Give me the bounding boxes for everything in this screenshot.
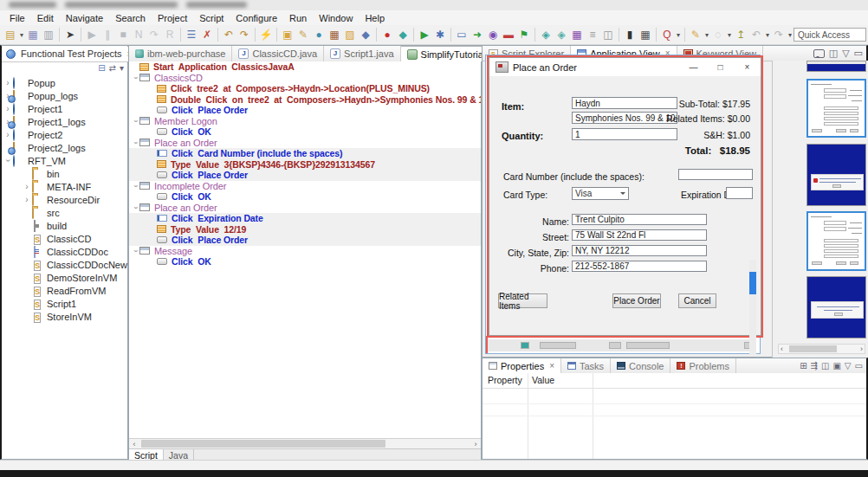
group-expander-icon[interactable]: ›	[132, 139, 140, 146]
menu-search[interactable]: Search	[109, 12, 152, 24]
tree-item-meta-inf[interactable]: ›META-INF	[2, 180, 127, 193]
thumbnail-app-message[interactable]	[806, 276, 866, 338]
insert-icon[interactable]: ◆	[395, 27, 411, 42]
tree-item-project2[interactable]: ›Project2	[2, 128, 127, 141]
city-state-zip-field[interactable]: NY, NY 12212	[572, 245, 707, 256]
item-field[interactable]: Haydn	[572, 97, 677, 109]
tree-item-popup[interactable]: ›Popup	[2, 76, 127, 89]
tree-item-storeinvm[interactable]: SStoreInVM	[2, 310, 127, 323]
script-group-classicscd[interactable]: ›ClassicsCD	[129, 73, 481, 84]
view-menu-icon[interactable]: ▽	[842, 48, 849, 59]
open-folder-icon[interactable]: ▣	[280, 27, 295, 42]
dropdown-icon[interactable]: ▾	[703, 27, 710, 42]
menu-navigate[interactable]: Navigate	[60, 12, 109, 24]
menu-script[interactable]: Script	[193, 12, 230, 24]
editor-horizontal-scrollbar[interactable]: ‹ ›	[129, 438, 481, 448]
tree-expander-icon[interactable]: ›	[23, 195, 31, 204]
inspect-icon[interactable]: ◉	[485, 27, 501, 42]
expiration-field[interactable]	[726, 187, 753, 199]
scroll-left-icon[interactable]: ‹	[781, 345, 783, 353]
script-group-place-an-order[interactable]: ›Place an Order	[129, 138, 481, 149]
thumbnail-order-form[interactable]	[806, 211, 866, 271]
view-menu-icon[interactable]: ▾	[120, 63, 124, 73]
resume-icon[interactable]: R	[162, 27, 178, 42]
phone-field[interactable]: 212-552-1867	[572, 261, 707, 272]
book-icon[interactable]: ▮	[622, 27, 638, 42]
group-expander-icon[interactable]: ›	[132, 247, 140, 255]
tree-item-popup-logs[interactable]: ›Popup_logs	[2, 89, 127, 102]
tree-expander-icon[interactable]: ›	[23, 182, 31, 191]
tree-item-bin[interactable]: bin	[2, 167, 127, 180]
folder-icon[interactable]: ▨	[342, 27, 358, 42]
step2-icon[interactable]: ↷	[146, 27, 162, 42]
assist-icon[interactable]: ✗	[199, 27, 215, 42]
back-icon[interactable]: ↶	[748, 27, 764, 42]
marker-icon[interactable]: ◌	[710, 27, 726, 42]
scrollbar-thumb[interactable]	[749, 272, 756, 294]
cancel-button[interactable]: Cancel	[678, 293, 716, 308]
close-icon[interactable]: ×	[549, 361, 554, 371]
tree-item-readfromvm[interactable]: SReadFromVM	[2, 284, 127, 297]
script-line[interactable]: Start Application ClassicsJavaA	[129, 61, 481, 73]
close-icon[interactable]: ×	[734, 58, 761, 76]
script-line[interactable]: Double Click on tree2 at Composers->Hayd…	[129, 94, 481, 106]
pause-icon[interactable]: ∥	[100, 27, 115, 42]
menu-configure[interactable]: Configure	[230, 12, 283, 24]
place-order-button[interactable]: Place Order	[612, 293, 661, 308]
tree-item-classiccddocnew[interactable]: SClassicCDDocNew	[2, 258, 127, 271]
thumbnail-app-partial[interactable]	[806, 61, 866, 72]
tree-item-src[interactable]: src	[2, 206, 127, 219]
compare-icon[interactable]: ◈	[538, 27, 554, 42]
script-line[interactable]: Click Expiration Date	[129, 213, 481, 224]
list-icon[interactable]: ☰	[184, 27, 199, 42]
scroll-right-icon[interactable]: ›	[860, 345, 863, 353]
dropdown-icon[interactable]: ▾	[726, 27, 733, 42]
script-line[interactable]: Click Place Order	[129, 235, 481, 246]
screen-icon[interactable]: ▬	[501, 27, 516, 42]
last-edit-icon[interactable]: ↥	[733, 27, 748, 42]
tree-item-build[interactable]: build	[2, 219, 127, 232]
script-group-place-an-order[interactable]: ›Place an Order	[129, 203, 481, 214]
bottom-tab-console[interactable]: Console	[611, 358, 670, 373]
script-group-incomplete-order[interactable]: ›Incomplete Order	[129, 181, 481, 192]
map-icon[interactable]: ▦	[569, 27, 585, 42]
dropdown-icon[interactable]: ▾	[764, 27, 771, 42]
tree-item-project1[interactable]: ›Project1	[2, 102, 127, 115]
record-script-icon[interactable]: ⚡	[258, 27, 274, 42]
forward-icon[interactable]: ↷	[771, 27, 787, 42]
grid-icon[interactable]: ▦	[327, 27, 342, 42]
bottom-tab-properties[interactable]: Properties×	[483, 358, 561, 373]
menu-help[interactable]: Help	[359, 12, 391, 24]
tree-item-classiccddoc[interactable]: ClassicCDDoc	[2, 245, 127, 258]
new-view-icon[interactable]: ▣	[832, 361, 840, 371]
card-type-combo[interactable]: Visa	[572, 187, 629, 200]
tree-expander-icon[interactable]: ›	[3, 78, 12, 87]
tree-item-rft-vm[interactable]: ›RFT_VM	[2, 154, 127, 167]
scrollbar-thumb[interactable]	[141, 440, 385, 448]
related-items-button[interactable]: Related Items	[498, 293, 547, 308]
record-icon[interactable]: ●	[379, 27, 395, 42]
script-line[interactable]: Click Card Number (include the spaces)	[129, 148, 481, 159]
script-line[interactable]: Type Value 3{BKSP}4346-{BKSP}29291313456…	[129, 159, 481, 171]
dropdown-icon[interactable]: ▾	[787, 27, 794, 42]
tree-item-resourcedir[interactable]: ›ResourceDir	[2, 193, 127, 206]
dropdown-icon[interactable]: ▾	[18, 27, 25, 42]
script-line[interactable]: Type Value 12/19	[129, 224, 481, 235]
menu-run[interactable]: Run	[283, 12, 313, 24]
annotate-icon[interactable]: ✎	[688, 27, 703, 42]
tree-expander-icon[interactable]: ›	[3, 157, 13, 165]
group-expander-icon[interactable]: ›	[132, 203, 140, 211]
script-line[interactable]: Click Place Order	[129, 105, 481, 116]
group-expander-icon[interactable]: ›	[132, 182, 140, 190]
save-icon[interactable]: ▦	[25, 27, 41, 42]
redo-icon[interactable]: ↷	[236, 27, 252, 42]
flag-icon[interactable]: ⚑	[516, 27, 532, 42]
view-menu-icon[interactable]: ▽	[845, 361, 852, 371]
minimize-icon[interactable]: ▭	[855, 361, 863, 371]
menu-file[interactable]: File	[3, 12, 31, 24]
editor-tab-classiccd-java[interactable]: JClassicCD.java	[232, 46, 324, 61]
maximize-icon[interactable]: □	[707, 58, 734, 76]
item2-field[interactable]: Symphonies Nos. 99 & 101	[572, 112, 677, 124]
play-icon[interactable]: ▶	[417, 27, 432, 42]
tree-item-classiccd[interactable]: SClassicCD	[2, 232, 127, 245]
